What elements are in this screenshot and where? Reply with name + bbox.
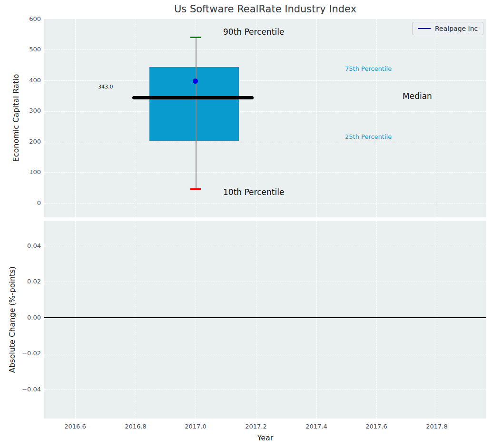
xtick: 2017.2	[235, 423, 277, 430]
xtick: 2016.8	[114, 423, 157, 430]
gridline	[44, 142, 486, 142]
ytick-top: 0	[11, 199, 41, 206]
company-data-point	[193, 78, 198, 84]
annotation-10th-percentile: 10th Percentile	[223, 187, 284, 197]
whisker-line	[196, 38, 197, 189]
gridline	[136, 19, 136, 217]
ytick-bottom: −0.04	[11, 386, 41, 393]
xtick: 2017.4	[295, 423, 338, 430]
gridline	[44, 80, 486, 81]
gridline	[44, 390, 486, 390]
gridline	[316, 221, 317, 419]
zero-baseline	[44, 317, 486, 318]
ytick-top: 100	[11, 168, 41, 175]
gridline	[44, 49, 486, 50]
annotation-median: Median	[403, 91, 432, 101]
gridline	[75, 19, 76, 217]
bottom-plot-area	[44, 221, 486, 419]
gridline	[44, 282, 486, 282]
annotation-25th-percentile: 25th Percentile	[345, 133, 392, 140]
xtick: 2017.8	[415, 423, 458, 430]
xtick: 2017.0	[174, 423, 217, 430]
p10-cap	[190, 188, 201, 190]
gridline	[44, 203, 486, 204]
top-plot-area: 90th Percentile 75th Percentile Median 3…	[44, 19, 486, 217]
gridline	[44, 111, 486, 112]
gridline	[75, 221, 76, 419]
gridline	[256, 221, 256, 419]
gridline	[376, 19, 377, 217]
gridline	[437, 19, 437, 217]
annotation-median-value: 343.0	[98, 84, 113, 90]
gridline	[316, 19, 317, 217]
figure-canvas: Us Software RealRate Industry Index 90th…	[0, 0, 492, 448]
gridline	[44, 354, 486, 354]
p90-cap	[190, 37, 201, 38]
chart-title: Us Software RealRate Industry Index	[44, 3, 486, 15]
ytick-top: 500	[11, 46, 41, 53]
xtick: 2016.6	[54, 423, 97, 430]
annotation-75th-percentile: 75th Percentile	[345, 65, 392, 72]
annotation-90th-percentile: 90th Percentile	[223, 27, 284, 37]
x-axis-label: Year	[44, 433, 486, 442]
legend-label: Realpage Inc	[435, 25, 478, 32]
legend: Realpage Inc	[412, 22, 483, 35]
xtick: 2017.6	[355, 423, 398, 430]
gridline	[44, 246, 486, 246]
ytick-bottom: 0.04	[11, 242, 41, 249]
median-line	[132, 96, 254, 99]
gridline	[136, 221, 136, 419]
bottom-y-axis-label: Absolute Change (%-points)	[8, 266, 17, 373]
legend-line-sample	[418, 28, 431, 29]
gridline	[196, 221, 196, 419]
gridline	[44, 172, 486, 173]
top-y-axis-label: Economic Capital Ratio	[11, 74, 20, 162]
gridline	[376, 221, 377, 419]
gridline	[437, 221, 437, 419]
ytick-top: 600	[11, 15, 41, 22]
